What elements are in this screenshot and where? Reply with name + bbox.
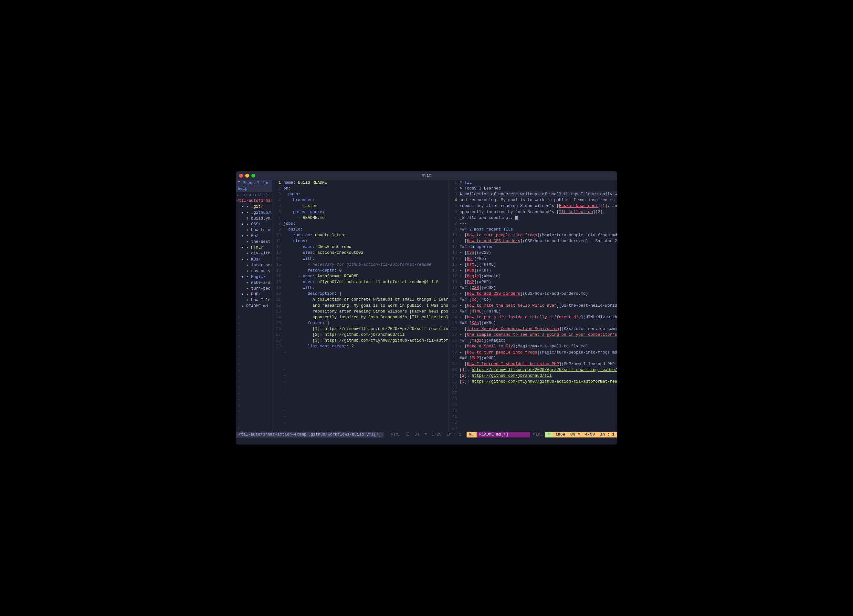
code-line[interactable]: fetch-depth: 0 [283,268,448,274]
traffic-lights [239,174,255,177]
code-line[interactable]: ### [HTML](#HTML) [460,309,617,315]
code-line[interactable]: paths-ignore: [283,209,448,215]
code-line[interactable]: build: [283,227,448,232]
code-left[interactable]: name: Build READMEon: push: branches: - … [283,180,448,432]
tree-dir[interactable]: ▾ ▪ Go/ [237,233,272,239]
tree-root[interactable]: <til-autoformat-action-example/ [237,198,272,204]
code-line[interactable]: [3]: https://github.com/cflynn07/github-… [283,338,448,344]
code-line[interactable]: A collection of concrete writeups of sma… [460,191,617,197]
code-line[interactable]: with: [283,256,448,262]
code-line[interactable]: repository after reading Simon Wilson's … [283,309,448,315]
editor-right[interactable]: 1234567891011121314151617181920212223242… [448,180,617,432]
code-line[interactable]: apparently inspired by Josh Branchaud's … [460,209,617,215]
code-line[interactable]: apparently inspired by Josh Branchaud's … [283,315,448,320]
command-line[interactable] [236,437,617,445]
tree-file[interactable]: ✴ how-to-add-borders.md [237,227,272,233]
code-line[interactable]: - name: Autoformat README [283,274,448,279]
editor-left[interactable]: 1234567891011121314151617181920212223242… [272,180,448,432]
code-line[interactable]: ### [Magic](#Magic) [460,338,617,344]
code-line[interactable]: - [Magic](#Magic) [460,274,617,279]
tree-file[interactable]: ✴ div-within-a-div.md [237,251,272,256]
tree-file[interactable]: ✴ make-a-spell-to-fly.md [237,280,272,286]
code-line[interactable]: jobs: [283,221,448,227]
file-tree[interactable]: " Press ? for help .. (up a dir)<til-aut… [236,180,272,432]
code-line[interactable]: ### [CSS](#CSS) [460,285,617,291]
tree-dir[interactable]: ▾ ▪ PHP/ [237,292,272,297]
code-line[interactable]: - [PHP](#PHP) [460,279,617,285]
code-line[interactable]: [2]: https://github.com/jbranchaud/til [283,332,448,338]
code-line[interactable]: steps: [283,238,448,244]
code-line[interactable]: list_most_recent: 2 [283,344,448,349]
code-line[interactable]: _8 TILs and counting..._ [460,215,617,221]
tree-updir[interactable]: .. (up a dir) [237,192,272,198]
code-line[interactable]: - name: Check out repo [283,244,448,250]
tree-file[interactable]: ✴ spy-on-your-competitors- [237,268,272,274]
close-icon[interactable] [239,174,243,177]
code-line[interactable]: with: [283,285,448,291]
code-line[interactable]: ### [K8s](#K8s) [460,320,617,326]
tree-file[interactable]: ✴ how-I-learned-PHP-is-ter [237,297,272,303]
tree-dir[interactable]: ▾ ▪ HTML/ [237,245,272,251]
code-line[interactable]: - [HTML](#HTML) [460,262,617,268]
tree-file[interactable]: ✴ README.md [237,303,272,309]
code-line[interactable]: # TIL [460,180,617,186]
tree-dir[interactable]: ▾ ▪ .github/workflows/ [237,210,272,216]
code-line[interactable]: - [How to add CSS borders](CSS/how-to-ad… [460,291,617,297]
code-line[interactable]: name: Build README [283,180,448,186]
code-line[interactable]: description: | [283,291,448,297]
code-line[interactable]: runs-on: ubuntu-latest [283,232,448,238]
tree-file[interactable]: ✴ the-best-hello-world-eve [237,239,272,245]
code-line[interactable]: repository after reading Simon Wilson's … [460,203,617,209]
code-line[interactable]: ### [PHP](#PHP) [460,356,617,361]
code-line[interactable]: ### Categories [460,244,617,250]
code-right[interactable]: # TIL> Today I LearnedA collection of co… [460,180,617,432]
code-line[interactable]: A collection of concrete writeups of sma… [283,297,448,303]
code-line[interactable]: [1]: https://simonwillison.net/2020/Apr/… [460,367,617,373]
status-left-percent: ☰ 3% [403,432,422,437]
status-left-filename: .github/workflows/build.yml[+] [306,432,384,437]
code-line[interactable]: uses: actions/checkout@v2 [283,250,448,256]
code-line[interactable]: > Today I Learned [460,186,617,191]
code-line[interactable]: ### 2 most recent TILs [460,227,617,232]
code-line[interactable]: [2]: https://github.com/jbranchaud/til [460,373,617,379]
code-line[interactable]: - README.md [283,215,448,221]
code-line[interactable]: - [How to make the best hello world ever… [460,303,617,309]
tree-dir[interactable]: ▸ ▪ .git/ [237,204,272,210]
code-line[interactable]: # necessary for github-action-til-autofo… [283,262,448,268]
tree-dir[interactable]: ▾ ▪ K8s/ [237,257,272,262]
code-line[interactable]: - [How to add CSS borders](CSS/how-to-ad… [460,238,617,244]
code-line[interactable]: on: [283,186,448,191]
tree-file[interactable]: ✲ build.yml [237,216,272,221]
code-line[interactable]: - [How to turn people into frogs](Magic/… [460,232,617,238]
code-line[interactable]: branches: [283,197,448,203]
tree-dir[interactable]: ▾ ▪ Magic/ [237,274,272,280]
code-line[interactable]: - [CSS](#CSS) [460,250,617,256]
maximize-icon[interactable] [251,174,255,177]
code-line[interactable]: - [One simple command to see what's goin… [460,332,617,338]
tree-file[interactable]: ✴ turn-people-into-frogs.m [237,286,272,292]
code-line[interactable]: [3]: https://github.com/cflynn07/github-… [460,379,617,384]
window-title: nvim [422,173,431,179]
code-line[interactable]: and researching. My goal is to work in p… [283,303,448,309]
code-line[interactable]: - [K8s](#K8s) [460,268,617,274]
code-line[interactable]: ### [Go](#Go) [460,297,617,303]
code-line[interactable]: uses: cflynn07/github-action-til-autofor… [283,279,448,285]
code-line[interactable]: - [How I learned I shouldn't be using PH… [460,361,617,367]
code-line[interactable]: - [How to turn people into frogs](Magic/… [460,350,617,356]
code-line[interactable]: - [Make a Spell to Fly](Magic/make-a-spe… [460,344,617,349]
code-line[interactable]: --- [460,221,617,227]
code-line[interactable]: and researching. My goal is to work in p… [460,197,617,203]
code-line[interactable]: footer: | [283,320,448,326]
code-line[interactable]: - [Inter-Service Communication Monitorin… [460,326,617,332]
code-line[interactable]: push: [283,191,448,197]
status-right-filename: README.md[+] [477,432,511,437]
tree-dir[interactable]: ▾ ▪ CSS/ [237,221,272,227]
code-line[interactable]: [1]: https://simonwillison.net/2020/Apr/… [283,326,448,332]
code-line[interactable]: - master [283,203,448,209]
titlebar[interactable]: nvim [236,171,617,180]
minimize-icon[interactable] [245,174,249,177]
code-line[interactable]: - [how to put a div inside a totally dif… [460,315,617,320]
tree-file[interactable]: ✴ inter-service-communicat [237,262,272,268]
status-right-percent: 8% ≡ [568,432,583,437]
code-line[interactable]: - [Go](#Go) [460,256,617,262]
